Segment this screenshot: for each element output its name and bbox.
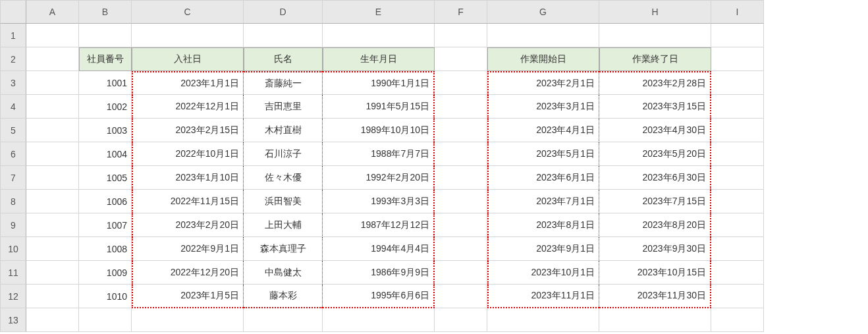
cell-start[interactable]: 2023年4月1日 [487, 119, 599, 142]
cell[interactable] [26, 142, 79, 166]
cell-name[interactable]: 森本真理子 [244, 237, 323, 261]
cell-dob[interactable]: 1988年7月7日 [323, 142, 435, 166]
cell-dob[interactable]: 1990年1月1日 [323, 71, 435, 95]
cell-dob[interactable]: 1994年4月4日 [323, 237, 435, 261]
cell-start[interactable]: 2023年5月1日 [487, 142, 599, 166]
cell[interactable] [711, 213, 764, 237]
col-header-B[interactable]: B [79, 0, 132, 24]
row-header-1[interactable]: 1 [0, 24, 26, 47]
cell[interactable] [26, 47, 79, 71]
cell[interactable] [711, 166, 764, 190]
cell-dob[interactable]: 1995年6月6日 [323, 285, 435, 308]
cell-dob[interactable]: 1991年5月15日 [323, 95, 435, 119]
cell[interactable] [711, 119, 764, 142]
cell-start[interactable]: 2023年7月1日 [487, 190, 599, 213]
cell-end[interactable]: 2023年8月20日 [599, 213, 711, 237]
col-header-D[interactable]: D [244, 0, 323, 24]
cell[interactable] [435, 24, 487, 47]
cell-name[interactable]: 石川涼子 [244, 142, 323, 166]
cell-dob[interactable]: 1987年12月12日 [323, 213, 435, 237]
cell-end[interactable]: 2023年10月15日 [599, 261, 711, 285]
cell-hire[interactable]: 2022年10月1日 [132, 142, 244, 166]
col-header-G[interactable]: G [487, 0, 599, 24]
cell-name[interactable]: 上田大輔 [244, 213, 323, 237]
cell[interactable] [599, 308, 711, 332]
cell[interactable] [244, 24, 323, 47]
spreadsheet-grid[interactable]: ABCDEFGHI12社員番号入社日氏名生年月日作業開始日作業終了日310012… [0, 0, 868, 332]
col-header-I[interactable]: I [711, 0, 764, 24]
cell-dob[interactable]: 1992年2月20日 [323, 166, 435, 190]
cell-name[interactable]: 藤本彩 [244, 285, 323, 308]
cell-start[interactable]: 2023年8月1日 [487, 213, 599, 237]
cell-empno[interactable]: 1009 [79, 261, 132, 285]
cell[interactable] [487, 308, 599, 332]
cell[interactable] [711, 95, 764, 119]
cell-hire[interactable]: 2023年2月20日 [132, 213, 244, 237]
cell[interactable] [435, 261, 487, 285]
cell-hire[interactable]: 2022年11月15日 [132, 190, 244, 213]
cell[interactable] [79, 24, 132, 47]
cell-start[interactable]: 2023年2月1日 [487, 71, 599, 95]
row-header-8[interactable]: 8 [0, 190, 26, 213]
cell-start[interactable]: 2023年10月1日 [487, 261, 599, 285]
cell-dob[interactable]: 1993年3月3日 [323, 190, 435, 213]
cell[interactable] [435, 71, 487, 95]
cell-empno[interactable]: 1002 [79, 95, 132, 119]
cell-hire[interactable]: 2022年12月1日 [132, 95, 244, 119]
cell[interactable] [435, 142, 487, 166]
cell-end[interactable]: 2023年5月20日 [599, 142, 711, 166]
cell[interactable] [323, 24, 435, 47]
cell[interactable] [435, 237, 487, 261]
cell[interactable] [711, 308, 764, 332]
row-header-3[interactable]: 3 [0, 71, 26, 95]
row-header-4[interactable]: 4 [0, 95, 26, 119]
cell[interactable] [711, 47, 764, 71]
cell[interactable] [487, 24, 599, 47]
cell[interactable] [711, 285, 764, 308]
cell[interactable] [711, 190, 764, 213]
cell-empno[interactable]: 1006 [79, 190, 132, 213]
cell-end[interactable]: 2023年4月30日 [599, 119, 711, 142]
cell[interactable] [26, 285, 79, 308]
col-header-A[interactable]: A [26, 0, 79, 24]
cell-start[interactable]: 2023年3月1日 [487, 95, 599, 119]
cell-name[interactable]: 木村直樹 [244, 119, 323, 142]
cell[interactable] [132, 308, 244, 332]
row-header-11[interactable]: 11 [0, 261, 26, 285]
cell[interactable] [244, 308, 323, 332]
cell-end[interactable]: 2023年6月30日 [599, 166, 711, 190]
cell-name[interactable]: 吉田恵里 [244, 95, 323, 119]
cell-name[interactable]: 浜田智美 [244, 190, 323, 213]
cell[interactable] [435, 119, 487, 142]
cell-hire[interactable]: 2022年12月20日 [132, 261, 244, 285]
cell-hire[interactable]: 2023年1月1日 [132, 71, 244, 95]
cell[interactable] [26, 190, 79, 213]
cell-hire[interactable]: 2023年1月10日 [132, 166, 244, 190]
cell[interactable] [26, 71, 79, 95]
cell-empno[interactable]: 1008 [79, 237, 132, 261]
cell[interactable] [435, 166, 487, 190]
cell-end[interactable]: 2023年3月15日 [599, 95, 711, 119]
cell[interactable] [26, 95, 79, 119]
cell[interactable] [435, 95, 487, 119]
cell[interactable] [711, 142, 764, 166]
cell-empno[interactable]: 1010 [79, 285, 132, 308]
row-header-12[interactable]: 12 [0, 285, 26, 308]
cell[interactable] [435, 190, 487, 213]
cell-end[interactable]: 2023年7月15日 [599, 190, 711, 213]
cell-dob[interactable]: 1986年9月9日 [323, 261, 435, 285]
cell-name[interactable]: 中島健太 [244, 261, 323, 285]
cell-end[interactable]: 2023年2月28日 [599, 71, 711, 95]
cell-dob[interactable]: 1989年10月10日 [323, 119, 435, 142]
cell[interactable] [26, 308, 79, 332]
cell[interactable] [435, 285, 487, 308]
cell[interactable] [711, 237, 764, 261]
cell[interactable] [26, 213, 79, 237]
row-header-6[interactable]: 6 [0, 142, 26, 166]
cell[interactable] [26, 237, 79, 261]
cell[interactable] [711, 71, 764, 95]
cell-name[interactable]: 佐々木優 [244, 166, 323, 190]
cell[interactable] [435, 47, 487, 71]
cell[interactable] [26, 119, 79, 142]
col-header-C[interactable]: C [132, 0, 244, 24]
